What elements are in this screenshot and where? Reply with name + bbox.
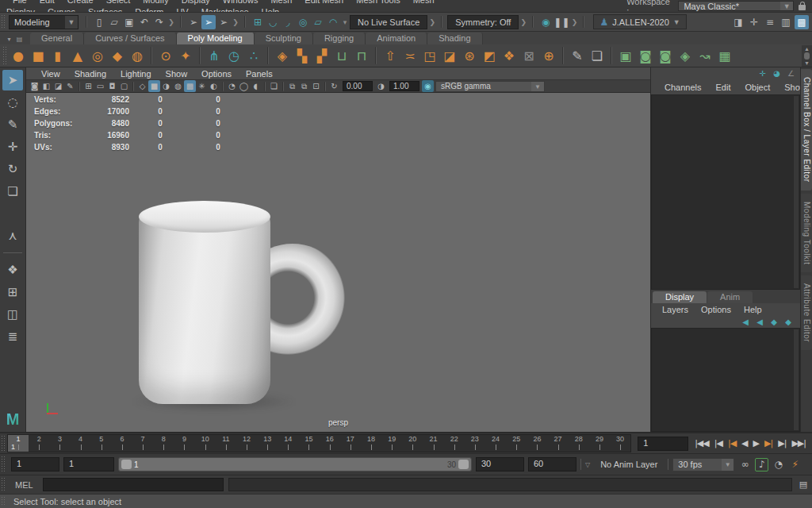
animation-start-field[interactable]: 1 — [11, 457, 59, 471]
timeline-frame[interactable]: 27 — [547, 435, 568, 452]
separator[interactable] — [282, 82, 284, 91]
separator[interactable] — [324, 82, 326, 91]
scroll-knob[interactable] — [804, 52, 810, 60]
open-scene-icon[interactable]: ▱ — [107, 15, 121, 29]
go-to-start-button[interactable]: |◀◀ — [693, 438, 710, 448]
script-editor-icon[interactable]: ▤ — [797, 479, 810, 491]
timeline-frame[interactable]: 13 — [257, 435, 278, 452]
circularize-icon[interactable]: ⊛ — [460, 46, 479, 66]
shelf-tab[interactable]: Shading — [427, 33, 482, 44]
boolean-difference-icon[interactable]: ⊓ — [352, 46, 371, 66]
exposure-icon[interactable]: ↻ — [328, 80, 340, 92]
drag-grip[interactable] — [1, 456, 6, 473]
pause-icon[interactable]: ❚❚ — [553, 15, 569, 29]
attribute-editor-toggle-icon[interactable]: ▥ — [779, 15, 793, 29]
live-surface-field[interactable]: No Live Surface — [350, 15, 427, 29]
mel-output-field[interactable] — [228, 478, 792, 491]
timeline-frame[interactable]: 22 — [444, 435, 465, 452]
menu-item[interactable]: Edit Mesh — [298, 0, 350, 5]
sidebar-tab[interactable]: Channel Box / Layer Editor — [801, 69, 812, 190]
exposure-field[interactable]: 0.00 — [343, 81, 373, 91]
shadows-icon[interactable]: ◐ — [208, 80, 220, 92]
timeline-frame[interactable]: 15 — [298, 435, 319, 452]
camera-lock-icon[interactable]: ◧ — [40, 80, 52, 92]
wireframe-on-shaded-icon[interactable]: ▩ — [184, 80, 196, 92]
menu-item[interactable]: Create — [61, 0, 100, 5]
timeline-frame[interactable]: 19 — [381, 435, 402, 452]
playback-start-field[interactable]: 1 — [63, 457, 114, 471]
timeline-frame[interactable]: 25 — [506, 435, 527, 452]
layer-menu-item[interactable]: Options — [695, 305, 737, 314]
new-scene-icon[interactable]: ▯ — [92, 15, 106, 29]
move-layer-down-icon[interactable]: ◀ — [754, 317, 765, 327]
timeline-frame[interactable]: 1 — [8, 435, 29, 452]
range-start-handle[interactable] — [121, 460, 132, 469]
move-to-origin-icon[interactable]: ∴ — [244, 46, 263, 66]
camera-attributes-icon[interactable]: ◪ — [52, 80, 64, 92]
speed-state-icon[interactable]: ◕ — [771, 68, 783, 79]
sidebar-tab[interactable]: Attribute Editor — [801, 275, 812, 350]
boolean-union-icon[interactable]: ⊔ — [332, 46, 351, 66]
channel-menu-item[interactable]: Object — [737, 83, 777, 92]
axis-tripod-icon[interactable]: ⋏ — [2, 225, 23, 246]
timeline-frame[interactable]: 21 — [423, 435, 443, 452]
poly-sphere-icon[interactable]: ● — [9, 46, 28, 66]
poly-cylinder-icon[interactable]: ▮ — [48, 46, 67, 66]
drag-grip[interactable] — [1, 14, 6, 29]
panel-menu-item[interactable]: Panels — [239, 69, 280, 79]
menu-item[interactable]: Edit — [33, 0, 61, 5]
menu-item[interactable]: File — [6, 0, 33, 5]
construction-aid-icon[interactable]: ⋔ — [205, 46, 224, 66]
shelf-editor-icon[interactable]: ▤ — [15, 35, 24, 43]
expand-arrow-icon[interactable]: ❯ — [570, 15, 578, 29]
separator[interactable] — [222, 82, 224, 91]
separator[interactable] — [611, 47, 612, 64]
new-layer-from-selected-icon[interactable]: ◆ — [783, 317, 794, 327]
rotate-tool-button[interactable]: ↻ — [2, 159, 23, 179]
ao-icon[interactable]: ⊡ — [310, 80, 322, 92]
current-frame-field[interactable]: 1 — [638, 437, 688, 451]
panel-menu-item[interactable]: Lighting — [113, 69, 159, 79]
play-backwards-button[interactable]: ◀ — [740, 438, 749, 448]
separator[interactable] — [264, 82, 266, 91]
human-ik-toggle-icon[interactable]: ✛ — [747, 15, 761, 29]
scene-camera-icon[interactable]: ◙ — [29, 80, 40, 92]
panel-menu-item[interactable]: Options — [194, 69, 239, 79]
expand-arrow-icon[interactable]: ❯ — [428, 15, 436, 29]
select-component-icon[interactable]: ➢ — [216, 15, 231, 29]
xray-icon[interactable]: ◔ — [226, 80, 238, 92]
timeline-frame[interactable]: 2 — [29, 435, 49, 452]
viewport-3d[interactable]: Verts:852200 Edges:1700000 Polygons:8480… — [26, 93, 650, 432]
modeling-toolkit-toggle-icon[interactable]: ◨ — [731, 15, 745, 29]
lights-icon[interactable]: ✳ — [196, 80, 208, 92]
select-tool-button[interactable]: ➤ — [2, 70, 23, 90]
select-object-icon[interactable]: ➢ — [201, 15, 216, 29]
anim-layer-label[interactable]: No Anim Layer — [594, 460, 664, 469]
step-forward-key-button[interactable]: ▶| — [763, 438, 774, 448]
shelf-tab[interactable]: Animation — [366, 33, 427, 44]
range-end-handle[interactable] — [458, 460, 469, 469]
textured-icon[interactable]: ◍ — [172, 80, 184, 92]
move-tool-button[interactable]: ✛ — [2, 137, 23, 157]
panel-menu-item[interactable]: Show — [159, 69, 195, 79]
timeline-frame[interactable]: 9 — [174, 435, 194, 452]
timeline-frame[interactable]: 11 — [216, 435, 236, 452]
menu-item[interactable]: Display — [175, 0, 216, 5]
shelf-menu-icon[interactable]: ▾ — [5, 35, 13, 43]
separator[interactable] — [79, 82, 80, 91]
new-empty-layer-icon[interactable]: ◆ — [768, 317, 779, 327]
timeline-frame[interactable]: 3 — [49, 435, 70, 452]
layer-editor-tab[interactable]: Anim — [707, 291, 753, 303]
gamma-icon[interactable]: ◑ — [375, 80, 387, 92]
wireframe-icon[interactable]: ◇ — [136, 80, 148, 92]
sculpt-options-icon[interactable]: ▦ — [715, 46, 734, 66]
timeline-frame[interactable]: 26 — [527, 435, 547, 452]
mel-input[interactable] — [43, 478, 224, 491]
two-pane-layout-button[interactable]: ◫ — [2, 304, 23, 325]
gate-mask-icon[interactable]: ▢ — [118, 80, 130, 92]
xyz-manipulator-icon[interactable]: ✛ — [756, 68, 768, 79]
smooth-shaded-icon[interactable]: ◑ — [160, 80, 172, 92]
mirror-icon[interactable]: ⊠ — [519, 46, 538, 66]
undo-icon[interactable]: ↶ — [137, 15, 151, 29]
fill-hole-icon[interactable]: ▞ — [312, 46, 331, 66]
